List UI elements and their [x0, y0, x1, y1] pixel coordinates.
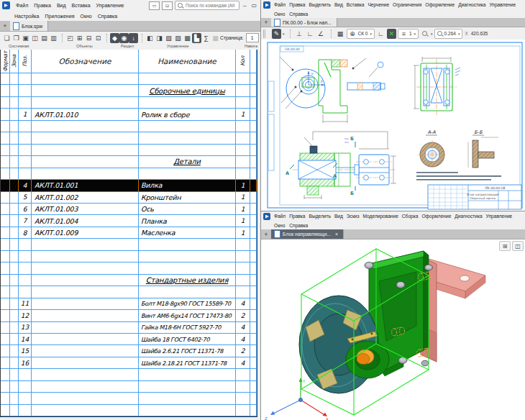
table-row[interactable]: 16Шайба 2.18.21 ГОСТ 11371-784	[1, 357, 257, 369]
empty-row[interactable]	[1, 168, 257, 180]
minimize-button[interactable]: –	[242, 2, 247, 9]
layer-select[interactable]: ≡ 1 ▾	[398, 29, 419, 39]
table-row[interactable]: 4АКЛТ.01.001Вилка1	[1, 180, 257, 191]
show-structure-icon[interactable]: ◨	[155, 33, 164, 43]
tab-blok-spw[interactable]: Блок.spw	[10, 21, 48, 31]
empty-row[interactable]	[1, 262, 257, 274]
menu-item-диагностика[interactable]: Диагностика	[455, 214, 482, 219]
menu-item-диагностика[interactable]: Диагностика	[458, 2, 485, 7]
group-label-nav[interactable]: Навига	[245, 44, 257, 48]
table-row[interactable]: 14Шайба 18 ГОСТ 6402-704	[1, 334, 257, 345]
save-as-icon[interactable]: ◫	[30, 33, 40, 43]
command-search[interactable]	[175, 1, 239, 10]
menu-item-файл[interactable]: Файл	[16, 3, 28, 8]
spec-table-icon[interactable]: ▦	[211, 33, 220, 43]
pencil-dropdown-icon[interactable]: ▾	[283, 32, 285, 36]
menu-item-справка[interactable]: Справка	[98, 14, 117, 19]
menu-item-настройка[interactable]: Настройка	[14, 14, 39, 19]
group-label-manage[interactable]: Управление	[167, 44, 189, 48]
add-auxiliary-object-icon[interactable]: ⊟	[84, 33, 93, 43]
menu-item-моделирование[interactable]: Моделирование	[363, 214, 398, 219]
table-row[interactable]: 7АКЛТ.01.004Планка1	[1, 215, 257, 227]
menu-item-оформление[interactable]: Оформление	[421, 214, 451, 219]
add-section-icon[interactable]: ⊞	[75, 33, 84, 43]
print-document-icon[interactable]: ▤	[40, 33, 49, 43]
empty-row[interactable]	[1, 121, 257, 132]
edit-links-icon[interactable]: ▧	[164, 33, 173, 43]
group-label-objects[interactable]: Объекты	[76, 44, 93, 48]
new-document-icon[interactable]: ❏	[2, 33, 12, 43]
new-window-icon[interactable]: ▭	[149, 1, 160, 10]
empty-row[interactable]	[1, 73, 257, 85]
menu-item-вставка[interactable]: Вставка	[72, 3, 91, 8]
empty-row[interactable]	[1, 132, 257, 144]
menu-item-вид[interactable]: Вид	[57, 3, 66, 8]
open-document-icon[interactable]: ❒	[12, 33, 21, 43]
section-row[interactable]: Детали	[1, 156, 257, 168]
orientation-icon[interactable]: ⊞	[499, 241, 511, 251]
coordinate-system-select[interactable]: ⊕ СК 0 ▾	[347, 29, 375, 39]
menu-item-оформление[interactable]: Оформление	[425, 2, 455, 7]
close-tab-icon[interactable]: ×	[335, 232, 338, 237]
menu-item-справка[interactable]: Справка	[289, 223, 308, 228]
tab-blok-assembly[interactable]: Блок направляющи... ×	[271, 229, 344, 239]
arrange-windows-icon[interactable]: ◫	[512, 241, 524, 251]
restore-button[interactable]: ▭	[250, 2, 258, 9]
style-pencil-icon[interactable]: ✎	[272, 29, 281, 39]
menu-item-окно[interactable]: Окно	[80, 14, 91, 19]
menu-item-выделить[interactable]: Выделить	[309, 214, 331, 219]
constraint-angle-icon[interactable]: ∠	[316, 29, 326, 39]
menu-item-приложения[interactable]: Приложения	[45, 14, 74, 19]
layout-mode-icon[interactable]: ▙	[192, 33, 201, 43]
table-row[interactable]: 6АКЛТ.01.003Ось1	[1, 204, 257, 215]
copy-layout-icon[interactable]: ▨	[173, 33, 183, 43]
constraint-parallel-icon[interactable]: ∟	[306, 29, 315, 39]
tab-pk0000[interactable]: ПК.00.00 - Блок нап...	[271, 18, 337, 27]
menu-item-окно[interactable]: Окно	[274, 12, 285, 17]
menu-item-вид[interactable]: Вид	[334, 214, 343, 219]
menu-item-правка[interactable]: Правка	[289, 2, 305, 7]
new-tab-button[interactable]: +	[261, 229, 271, 239]
table-row[interactable]: 1АКЛТ.01.010Ролик в сборе1	[1, 109, 257, 120]
drawing-canvas[interactable]: ПК.00.00	[261, 40, 525, 211]
insert-base-object-icon[interactable]: ◰	[65, 33, 75, 43]
new-tab-button[interactable]: +	[261, 18, 271, 27]
menu-item-файл[interactable]: Файл	[274, 214, 286, 219]
menu-item-управление[interactable]: Управление	[489, 2, 516, 7]
empty-row[interactable]	[1, 251, 257, 262]
empty-row[interactable]	[1, 145, 257, 156]
menu-item-вставка[interactable]: Вставка	[347, 2, 365, 7]
sort-objects-icon[interactable]: ↓	[129, 33, 138, 43]
group-label-section[interactable]: Раздел	[121, 44, 134, 48]
capture-icon[interactable]: ⊡	[162, 1, 173, 10]
new-tab-button[interactable]: +	[0, 21, 10, 31]
grid-icon[interactable]: ▦	[336, 29, 345, 39]
empty-row[interactable]	[1, 239, 257, 250]
menu-item-ограничения[interactable]: Ограничения	[393, 2, 421, 7]
toolbar-grip[interactable]	[263, 29, 268, 38]
zoom-value-select[interactable]: 0.264 ▾	[434, 29, 463, 39]
calculate-positions-icon[interactable]: ∑	[201, 33, 211, 43]
menu-item-управление[interactable]: Управление	[486, 214, 513, 219]
menu-item-окно[interactable]: Окно	[274, 223, 285, 228]
table-row[interactable]: 5АКЛТ.01.002Кронштейн1	[1, 192, 257, 204]
empty-row[interactable]	[1, 405, 257, 416]
section-row[interactable]: Стандартные изделия	[1, 275, 257, 286]
menu-item-черчение[interactable]: Черчение	[368, 2, 389, 7]
empty-row[interactable]	[1, 97, 257, 109]
table-row[interactable]: 13Гайка М18-6Н ГОСТ 5927-704	[1, 322, 257, 334]
menu-item-выделить[interactable]: Выделить	[309, 2, 331, 7]
menu-item-управление[interactable]: Управление	[96, 3, 124, 8]
table-row[interactable]: 12Винт АМ6-6gх14 ГОСТ 17473-802	[1, 310, 257, 321]
page-input[interactable]: 1	[246, 33, 259, 42]
corner-icon[interactable]: ∟	[376, 29, 385, 39]
empty-row[interactable]	[1, 381, 257, 393]
menu-item-файл[interactable]: Файл	[274, 2, 286, 7]
show-all-sections-icon[interactable]: ◉	[119, 33, 129, 43]
model-canvas[interactable]: Y X Z	[261, 239, 525, 420]
table-row[interactable]: 15Шайба 2.6.21 ГОСТ 11371-782	[1, 345, 257, 357]
menu-item-сборка[interactable]: Сборка	[402, 214, 419, 219]
print-preview-icon[interactable]: ▥	[49, 33, 58, 43]
zoom-area-icon[interactable]	[420, 29, 429, 39]
constraint-perpendicular-icon[interactable]: ⊥	[295, 29, 304, 39]
